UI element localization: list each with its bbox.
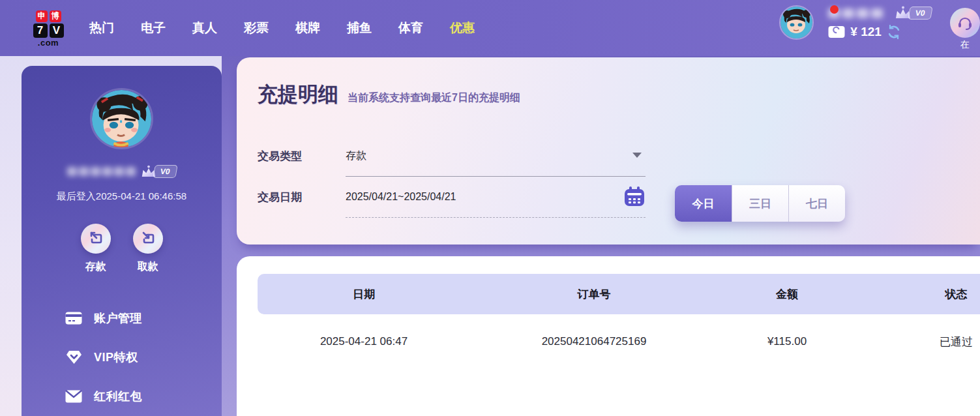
table-header-row: 日期 订单号 金额 状态 <box>258 274 980 314</box>
withdraw-button[interactable]: 取款 <box>133 224 163 274</box>
quick-actions: 存款 取款 <box>81 224 163 274</box>
cell-date: 2025-04-21 06:47 <box>258 314 470 369</box>
sidebar: V0 最后登入2025-04-21 06:46:58 存款 取款 <box>22 66 222 416</box>
sidebar-item-account-label: 账户管理 <box>94 310 142 326</box>
sidebar-item-account[interactable]: 账户管理 <box>65 299 222 338</box>
nav-item-sports[interactable]: 体育 <box>398 20 423 37</box>
balance-amount: ¥ 121 <box>850 25 882 39</box>
customer-service-icon <box>950 8 980 38</box>
header-amount: 金额 <box>718 274 856 314</box>
user-block: V0 ¥ 121 <box>779 5 932 40</box>
nav-item-lottery[interactable]: 彩票 <box>244 20 269 37</box>
last-login-text: 最后登入2025-04-21 06:46:58 <box>57 190 186 203</box>
results-panel: 日期 订单号 金额 状态 2025-04-21 06:47 2025042106… <box>237 256 980 416</box>
tab-seven-days[interactable]: 七日 <box>788 185 845 222</box>
sidebar-item-bonus-label: 红利红包 <box>94 389 142 404</box>
logo-7: 7 <box>33 23 48 38</box>
filter-panel: 充提明细 当前系统支持查询最近7日的充提明细 交易类型 存款 交易日期 2025… <box>237 57 980 245</box>
nav-item-cards[interactable]: 棋牌 <box>295 20 320 37</box>
deposit-icon <box>81 224 111 254</box>
main-nav: 热门 电子 真人 彩票 棋牌 捕鱼 体育 优惠 <box>89 20 475 37</box>
user-info: V0 ¥ 121 <box>828 5 932 39</box>
vip-gem-icon <box>65 350 82 364</box>
transaction-date-label: 交易日期 <box>258 190 346 205</box>
transactions-table: 日期 订单号 金额 状态 2025-04-21 06:47 2025042106… <box>258 274 980 369</box>
header-order: 订单号 <box>470 274 718 314</box>
sidebar-item-vip-label: VIP特权 <box>94 349 138 365</box>
transaction-type-value: 存款 <box>346 149 366 163</box>
filters: 交易类型 存款 交易日期 2025/04/21~2025/04/21 <box>258 136 980 218</box>
cell-status: 已通过 <box>856 314 980 369</box>
page-subtitle: 当前系统支持查询最近7日的充提明细 <box>348 91 520 105</box>
nav-item-live[interactable]: 真人 <box>192 20 217 37</box>
nav-item-fishing[interactable]: 捕鱼 <box>347 20 372 37</box>
page-title: 充提明细 <box>258 81 338 108</box>
sidebar-item-bonus[interactable]: 红利红包 <box>65 377 222 416</box>
logo-char-1: 申 <box>36 10 48 22</box>
notification-dot <box>830 5 839 14</box>
deposit-button[interactable]: 存款 <box>81 224 111 274</box>
top-navbar: 申 博 7 V .com 热门 电子 真人 彩票 棋牌 捕鱼 体育 优惠 <box>0 0 980 56</box>
nav-item-promo[interactable]: 优惠 <box>450 20 475 37</box>
chevron-down-icon <box>632 153 642 158</box>
date-range-input[interactable]: 2025/04/21~2025/04/21 <box>346 177 646 218</box>
nav-item-slots[interactable]: 电子 <box>141 20 166 37</box>
vip-level-badge: V0 <box>153 165 177 178</box>
logo-char-2: 博 <box>50 10 61 22</box>
table-row: 2025-04-21 06:47 20250421064725169 ¥115.… <box>258 314 980 369</box>
tab-three-days[interactable]: 三日 <box>732 185 788 222</box>
logo-v: V <box>50 23 64 38</box>
date-range-value: 2025/04/21~2025/04/21 <box>346 191 456 203</box>
refresh-balance-icon[interactable] <box>887 25 901 39</box>
transaction-type-label: 交易类型 <box>258 149 346 164</box>
bank-card-icon <box>65 312 82 325</box>
calendar-icon[interactable] <box>623 186 646 207</box>
customer-service-label: 在 <box>960 39 980 51</box>
tab-today[interactable]: 今日 <box>675 185 732 222</box>
wallet-row: ¥ 121 <box>828 25 932 39</box>
withdraw-icon <box>133 224 163 254</box>
cell-amount: ¥115.00 <box>718 314 856 369</box>
wallet-icon <box>828 25 845 38</box>
customer-service-button[interactable]: 在 <box>950 8 980 51</box>
avatar[interactable] <box>779 5 814 40</box>
withdraw-label: 取款 <box>138 260 158 274</box>
transaction-type-row: 交易类型 存款 <box>258 136 980 177</box>
vip-level-badge: V0 <box>908 7 933 20</box>
header-date: 日期 <box>258 274 470 314</box>
vip-level-chip[interactable]: V0 <box>893 6 932 20</box>
sidebar-item-vip[interactable]: VIP特权 <box>65 338 222 377</box>
site-logo[interactable]: 申 博 7 V .com <box>23 10 74 46</box>
vip-level-chip[interactable]: V0 <box>140 165 177 179</box>
username-blurred <box>67 167 136 176</box>
logo-com-text: .com <box>38 39 59 46</box>
logo-top-row: 申 博 <box>36 10 61 22</box>
cell-order: 20250421064725169 <box>470 314 718 369</box>
header-status: 状态 <box>856 274 980 314</box>
date-range-tabs: 今日 三日 七日 <box>675 185 845 222</box>
deposit-label: 存款 <box>85 260 106 274</box>
transaction-date-row: 交易日期 2025/04/21~2025/04/21 <box>258 177 980 218</box>
nav-item-hot[interactable]: 热门 <box>89 20 114 37</box>
sidebar-menu: 账户管理 VIP特权 红利红包 <box>22 299 222 416</box>
profile-avatar[interactable] <box>90 88 153 149</box>
red-packet-icon <box>65 390 82 403</box>
logo-7v: 7 V <box>33 23 64 38</box>
main-region: 充提明细 当前系统支持查询最近7日的充提明细 交易类型 存款 交易日期 2025… <box>222 56 980 416</box>
transaction-type-select[interactable]: 存款 <box>346 136 646 177</box>
